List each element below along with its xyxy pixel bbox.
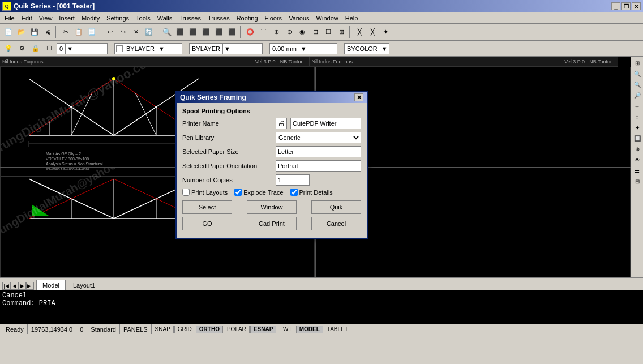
- rs-zoom-extents[interactable]: ⊞: [632, 58, 642, 68]
- print-layouts-checkbox[interactable]: [182, 189, 190, 196]
- command-area[interactable]: Cancel Command: PRIA: [0, 290, 643, 324]
- menu-edit[interactable]: Edit: [18, 14, 36, 23]
- menu-view[interactable]: View: [36, 14, 56, 23]
- rs-zoom-out[interactable]: 🔍: [632, 79, 642, 89]
- drawing-area[interactable]: Nil Indus Fuqonas... Vel 3 P 0 NB Tantor…: [0, 57, 631, 277]
- tab-model[interactable]: Model: [36, 280, 66, 290]
- lineweight-dropdown[interactable]: 0.00 mm ▼: [269, 43, 337, 54]
- tb-arc[interactable]: ⌒: [257, 26, 269, 38]
- menu-help[interactable]: Help: [342, 14, 362, 23]
- tb-tools4[interactable]: ⬛: [213, 26, 225, 38]
- linetype-dropdown[interactable]: BYLAYER ▼: [189, 43, 263, 54]
- status-polar-button[interactable]: POLAR: [224, 326, 250, 333]
- tb-tools14[interactable]: ✦: [379, 26, 392, 38]
- menu-tools[interactable]: Tools: [132, 14, 154, 23]
- tb-undo[interactable]: ↩: [104, 26, 116, 38]
- tb-tools6[interactable]: ⊕: [270, 26, 282, 38]
- menu-floors[interactable]: Floors: [262, 14, 286, 23]
- menu-window[interactable]: Window: [313, 14, 342, 23]
- tb-print[interactable]: 🖨: [41, 26, 54, 38]
- rs-cross[interactable]: ⊕: [632, 144, 642, 154]
- linetype-dropdown-arrow[interactable]: ▼: [222, 44, 232, 54]
- tb-tools11[interactable]: ⊠: [335, 26, 348, 38]
- restore-button[interactable]: ❐: [621, 2, 631, 10]
- menu-file[interactable]: File: [1, 14, 18, 23]
- tb-tools9[interactable]: ⊟: [309, 26, 322, 38]
- pen-library-select[interactable]: Generic: [276, 132, 361, 143]
- menu-various[interactable]: Various: [285, 14, 312, 23]
- tb-cancel[interactable]: ✕: [130, 26, 142, 38]
- status-grid-button[interactable]: GRID: [174, 326, 195, 333]
- tb2-lock[interactable]: 🔒: [29, 42, 42, 55]
- tb-refresh[interactable]: 🔄: [143, 26, 155, 38]
- close-button[interactable]: ✕: [632, 2, 641, 10]
- tb2-light[interactable]: 💡: [2, 42, 15, 55]
- tb-new[interactable]: 📄: [2, 26, 15, 38]
- tb-paste[interactable]: 📃: [85, 26, 98, 38]
- window-button[interactable]: Window: [247, 200, 297, 214]
- select-button[interactable]: Select: [182, 200, 232, 214]
- cancel-button[interactable]: Cancel: [311, 217, 361, 230]
- tb-cut[interactable]: ✂: [59, 26, 72, 38]
- cad-print-button[interactable]: Cad Print: [247, 217, 297, 230]
- tb-zoom-in[interactable]: 🔍: [161, 26, 173, 38]
- tb-tools13[interactable]: ╳: [366, 26, 379, 38]
- printer-icon[interactable]: 🖨: [276, 118, 287, 129]
- tb-open[interactable]: 📂: [15, 26, 28, 38]
- color-dropdown-arrow[interactable]: ▼: [157, 44, 166, 54]
- layer-dropdown-arrow[interactable]: ▼: [65, 44, 74, 54]
- tb-tools10[interactable]: ☐: [322, 26, 335, 38]
- tb-tools1[interactable]: ⬛: [174, 26, 186, 38]
- status-snap-button[interactable]: SNAP: [152, 326, 174, 333]
- go-button[interactable]: GO: [182, 217, 232, 230]
- tab-nav-next[interactable]: ▶: [18, 282, 26, 290]
- status-model-button[interactable]: MODEL: [296, 326, 323, 333]
- rs-snap[interactable]: ✦: [632, 122, 642, 132]
- tb-tools12[interactable]: ╳: [353, 26, 366, 38]
- tb2-frame[interactable]: ☐: [43, 42, 55, 55]
- lineweight-dropdown-arrow[interactable]: ▼: [299, 44, 308, 54]
- menu-settings[interactable]: Settings: [103, 14, 132, 23]
- status-ortho-button[interactable]: ORTHO: [196, 326, 223, 333]
- color-dropdown[interactable]: BYLAYER ▼: [114, 43, 182, 54]
- tab-nav-prev[interactable]: ◀: [10, 282, 18, 290]
- menu-trusses2[interactable]: Trusses: [204, 14, 233, 23]
- tb-tools8[interactable]: ◉: [296, 26, 308, 38]
- minimize-button[interactable]: _: [611, 2, 620, 10]
- tb-tools5[interactable]: ⬛: [226, 26, 238, 38]
- tb-redo[interactable]: ↪: [117, 26, 129, 38]
- status-esnap-button[interactable]: ESNAP: [250, 326, 276, 333]
- menu-walls[interactable]: Walls: [154, 14, 175, 23]
- layer-dropdown[interactable]: 0 ▼: [57, 43, 108, 54]
- status-tablet-button[interactable]: TABLET: [324, 326, 351, 333]
- plotstyle-dropdown[interactable]: BYCOLOR ▼: [344, 43, 389, 54]
- copies-input[interactable]: [276, 174, 310, 186]
- rs-pan-h[interactable]: ↔: [632, 101, 642, 111]
- rs-zoom-in[interactable]: 🔍: [632, 68, 642, 79]
- status-lwt-button[interactable]: LWT: [277, 326, 295, 333]
- plotstyle-dropdown-arrow[interactable]: ▼: [380, 44, 389, 54]
- print-details-checkbox[interactable]: [290, 189, 298, 196]
- tb-save[interactable]: 💾: [28, 26, 41, 38]
- tb-circle[interactable]: ⭕: [244, 26, 256, 38]
- menu-insert[interactable]: Insert: [55, 14, 78, 23]
- tab-layout1[interactable]: Layout1: [67, 280, 101, 290]
- menu-roofing[interactable]: Roofing: [233, 14, 262, 23]
- tb-tools3[interactable]: ⬛: [200, 26, 212, 38]
- tab-nav-last[interactable]: ▶|: [26, 282, 34, 290]
- rs-eye[interactable]: 👁: [632, 155, 642, 165]
- dialog-close-button[interactable]: ✕: [354, 93, 363, 101]
- explode-trace-checkbox[interactable]: [234, 189, 242, 196]
- rs-minus[interactable]: ⊟: [632, 176, 642, 186]
- tb-copy[interactable]: 📋: [72, 26, 85, 38]
- tb2-settings[interactable]: ⚙: [16, 42, 28, 55]
- rs-frame[interactable]: 🔲: [632, 133, 642, 143]
- menu-modify[interactable]: Modify: [78, 14, 103, 23]
- rs-zoom-window[interactable]: 🔎: [632, 90, 642, 100]
- quik-button[interactable]: Quik: [311, 200, 361, 214]
- tb-tools7[interactable]: ⊙: [283, 26, 295, 38]
- menu-trusses1[interactable]: Trusses: [175, 14, 204, 23]
- rs-pan-v[interactable]: ↕: [632, 112, 642, 122]
- tab-nav-first[interactable]: |◀: [2, 282, 10, 290]
- tb-tools2[interactable]: ⬛: [187, 26, 199, 38]
